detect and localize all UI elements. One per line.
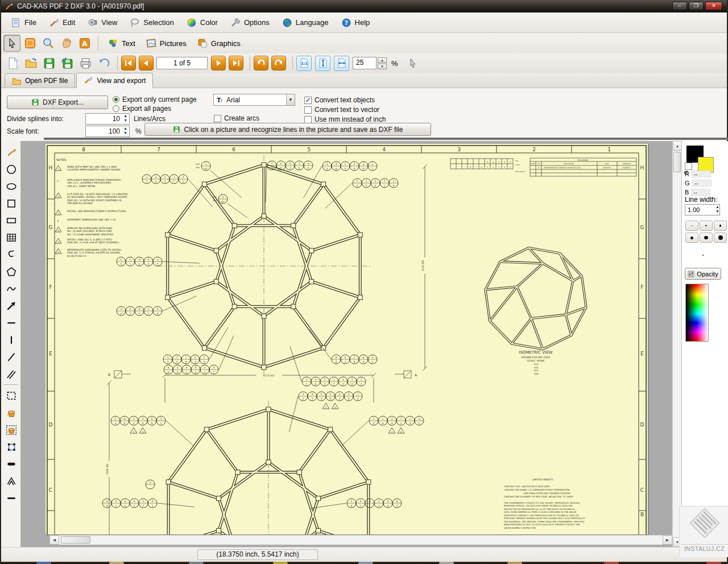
arrow-tool[interactable] bbox=[5, 299, 18, 313]
zoom-actual-size-button[interactable]: 1:1 bbox=[296, 56, 312, 71]
pdf-page[interactable]: 87654321HGFEDCHGFEDCBNOTES:1MARK WITH PA… bbox=[46, 144, 648, 534]
menu-item-view[interactable]: View bbox=[82, 15, 122, 31]
zoom-level-field[interactable]: 25 bbox=[353, 57, 377, 69]
zoom-up-button[interactable]: ▲ bbox=[378, 57, 387, 63]
radio-export-all-pages[interactable]: Export all pages bbox=[113, 105, 171, 113]
thick-line-tool[interactable] bbox=[5, 491, 18, 505]
checkbox-convert-text-to-vector[interactable]: Convert text to vector bbox=[304, 106, 379, 114]
scroll-right-button[interactable]: ▶ bbox=[663, 536, 672, 545]
pictures-button[interactable]: Pictures bbox=[141, 35, 191, 51]
select-region-tool-button[interactable] bbox=[22, 35, 39, 52]
svg-text:8: 8 bbox=[124, 422, 126, 425]
horizontal-scroll-thumb[interactable] bbox=[61, 536, 90, 544]
minimize-button[interactable]: – bbox=[672, 2, 687, 10]
vertical-scrollbar[interactable]: ▲ ▼ bbox=[672, 141, 681, 547]
radio-export-current-page[interactable]: Export only current page bbox=[113, 96, 197, 103]
next-page-button[interactable] bbox=[211, 56, 226, 70]
new-file-button[interactable] bbox=[5, 55, 20, 71]
angle-tool[interactable] bbox=[5, 474, 18, 488]
document-viewport[interactable]: 87654321HGFEDCHGFEDCBNOTES:1MARK WITH PA… bbox=[21, 141, 681, 547]
previous-page-button[interactable] bbox=[139, 56, 154, 70]
fit-height-button[interactable] bbox=[315, 56, 330, 71]
svg-text:2: 2 bbox=[271, 167, 273, 169]
scroll-up-button[interactable]: ▲ bbox=[673, 141, 681, 151]
menu-item-selection[interactable]: Selection bbox=[125, 15, 179, 31]
checkbox-use-mm[interactable]: Use mm instead of inch bbox=[304, 115, 386, 123]
graphics-button[interactable]: Graphics bbox=[192, 35, 245, 51]
line-width-preset-4[interactable] bbox=[685, 233, 698, 243]
restore-button[interactable]: ❐ bbox=[689, 2, 704, 10]
svg-text:2: 2 bbox=[360, 504, 362, 507]
font-select[interactable]: Tr Arial ▼ bbox=[213, 94, 295, 106]
grid-tool[interactable] bbox=[5, 231, 18, 244]
horizontal-line-tool[interactable] bbox=[5, 316, 18, 330]
save-as-button[interactable] bbox=[59, 55, 75, 71]
dxf-export-button[interactable]: DXF Export... bbox=[7, 96, 108, 109]
line-width-preset-3[interactable] bbox=[714, 221, 727, 231]
menu-item-language[interactable]: Language bbox=[277, 15, 334, 31]
vertical-scroll-thumb[interactable] bbox=[673, 152, 681, 172]
polygon-tool[interactable] bbox=[5, 265, 18, 279]
tab-open-pdf-file[interactable]: Open PDF file bbox=[5, 73, 75, 88]
line-width-preset-6[interactable] bbox=[714, 233, 727, 243]
select-rectangle-tool[interactable] bbox=[5, 389, 18, 403]
save-button[interactable] bbox=[41, 55, 57, 71]
eraser-tool[interactable] bbox=[5, 457, 18, 471]
svg-text:7: 7 bbox=[167, 360, 169, 363]
text-objects-button[interactable]: Text bbox=[103, 35, 140, 51]
menu-item-color[interactable]: Color bbox=[181, 15, 223, 31]
circle-tool[interactable] bbox=[5, 163, 18, 176]
fit-width-button[interactable] bbox=[334, 56, 349, 71]
text-tool-button[interactable]: A bbox=[76, 35, 93, 52]
undo-button[interactable] bbox=[96, 55, 111, 71]
menu-item-options[interactable]: Options bbox=[225, 15, 275, 31]
fill-tool[interactable] bbox=[5, 406, 18, 420]
zoom-down-button[interactable]: ▼ bbox=[378, 64, 387, 69]
zoom-spinner[interactable]: ▲ ▼ bbox=[378, 57, 387, 69]
fill-selection-tool[interactable] bbox=[5, 423, 18, 437]
vertical-line-tool[interactable] bbox=[5, 333, 18, 347]
page-indicator-field[interactable]: 1 of 5 bbox=[156, 57, 208, 69]
scale-font-spinner[interactable]: ▲▼ bbox=[122, 126, 129, 136]
checkbox-convert-text-objects[interactable]: ✓Convert text objects bbox=[304, 96, 375, 104]
color-gradient-picker[interactable] bbox=[685, 284, 709, 342]
last-page-button[interactable] bbox=[229, 56, 243, 70]
opacity-button[interactable]: Opacity bbox=[685, 268, 721, 280]
parallel-lines-tool[interactable] bbox=[5, 367, 18, 381]
svg-text:2: 2 bbox=[345, 163, 346, 165]
recognize-lines-button[interactable]: Click on a picture and recognize lines i… bbox=[144, 123, 431, 136]
close-button[interactable]: ✕ bbox=[705, 2, 722, 10]
hand-icon bbox=[60, 37, 73, 49]
pointer-tool-button[interactable] bbox=[3, 35, 20, 52]
pentagon-icon bbox=[6, 266, 17, 277]
divide-splines-spinner[interactable]: ▲▼ bbox=[122, 114, 129, 124]
transform-selection-tool[interactable] bbox=[5, 440, 18, 454]
brush-tool[interactable] bbox=[5, 146, 18, 159]
open-file-button[interactable] bbox=[23, 55, 39, 71]
diagonal-line-tool[interactable] bbox=[5, 350, 18, 364]
tab-view-and-export[interactable]: View and export bbox=[76, 73, 153, 88]
scroll-left-button[interactable]: ◀ bbox=[49, 536, 59, 545]
pan-tool-button[interactable] bbox=[58, 35, 75, 52]
rotate-left-button[interactable] bbox=[254, 56, 268, 70]
menu-item-edit[interactable]: Edit bbox=[44, 15, 80, 31]
first-page-button[interactable] bbox=[121, 56, 136, 70]
menu-item-help[interactable]: ? Help bbox=[336, 15, 375, 31]
checkbox-create-arcs[interactable]: Create arcs bbox=[214, 114, 259, 122]
line-width-spinner[interactable]: ▲▼ bbox=[714, 205, 721, 215]
lines-arcs-label: Lines/Arcs bbox=[134, 115, 166, 123]
curve-tool[interactable] bbox=[5, 248, 18, 262]
menu-item-file[interactable]: File bbox=[6, 15, 42, 31]
square-tool[interactable] bbox=[5, 197, 18, 210]
line-width-preset-2[interactable] bbox=[700, 221, 713, 231]
horizontal-scrollbar[interactable]: ◀ ▶ bbox=[49, 535, 672, 545]
ellipse-tool[interactable] bbox=[5, 180, 18, 193]
line-width-preset-5[interactable] bbox=[700, 233, 713, 243]
rectangle-tool[interactable] bbox=[5, 214, 18, 227]
svg-text:PERFORM, DISPLAY, OR DISCLOSE: PERFORM, DISPLAY, OR DISCLOSE THESE TECH… bbox=[504, 504, 573, 507]
line-width-preset-1[interactable] bbox=[685, 221, 698, 231]
zoom-tool-button[interactable] bbox=[40, 35, 57, 52]
freehand-tool[interactable] bbox=[5, 282, 18, 296]
rotate-right-button[interactable] bbox=[271, 56, 286, 70]
print-button[interactable] bbox=[77, 55, 93, 71]
